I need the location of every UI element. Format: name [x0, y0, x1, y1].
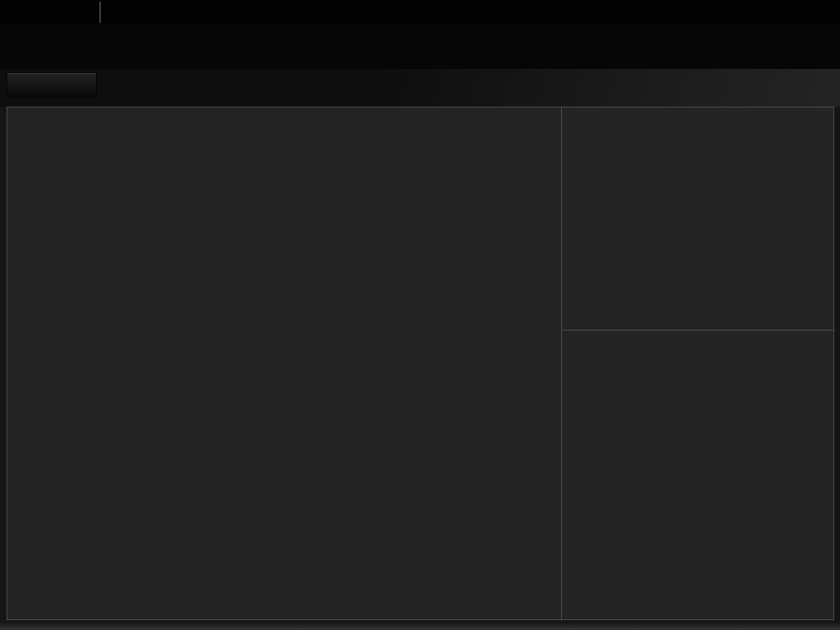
title-bar	[0, 0, 840, 25]
bios-screen	[0, 0, 840, 630]
settings-list	[7, 107, 561, 619]
help-panel	[561, 107, 833, 619]
titlebar-divider	[99, 2, 101, 23]
tab-bar	[0, 25, 840, 69]
main-panel	[7, 107, 834, 620]
toolbar	[0, 69, 840, 107]
help-description	[562, 107, 833, 331]
hotkey-legend	[562, 331, 833, 619]
back-button[interactable]	[7, 72, 97, 98]
footer-strip	[0, 623, 840, 630]
